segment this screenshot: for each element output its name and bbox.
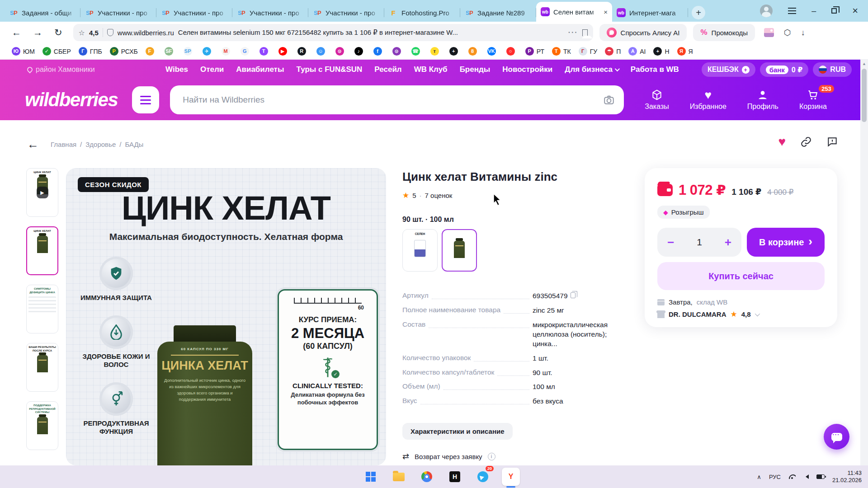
language-indicator[interactable]: РУС (769, 474, 781, 480)
url-domain[interactable]: www.wildberries.ru (118, 29, 174, 37)
bookmark-item[interactable]: + Н (653, 47, 669, 56)
thumbnail-symptoms[interactable]: СИМПТОМЫ ДЕФИЦИТА ЦИНКА (26, 285, 58, 333)
start-button[interactable] (362, 468, 380, 486)
orders-button[interactable]: Заказы (645, 89, 669, 111)
scroll-up-arrow[interactable]: ▲ (862, 61, 866, 66)
profile-button[interactable]: Профиль (747, 89, 778, 111)
header-nav-link[interactable]: Wibes (165, 65, 188, 74)
bookmark-item[interactable]: A AI (628, 47, 646, 56)
buy-now-button[interactable]: Купить сейчас (657, 262, 825, 290)
bookmark-item[interactable]: M (222, 47, 233, 56)
bookmark-item[interactable]: Ю ЮМ (12, 47, 35, 56)
bookmark-item[interactable]: ⊙ (335, 47, 347, 56)
bookmark-item[interactable]: ☂ П (605, 47, 621, 56)
bookmark-item[interactable]: 8 (468, 47, 480, 56)
volume-icon[interactable] (803, 474, 809, 479)
minimize-button[interactable]: – (811, 7, 816, 15)
bookmark-item[interactable]: + (449, 47, 461, 56)
tab-uchastniki-2[interactable]: SPУчастники - про (156, 4, 232, 22)
page-scrollbar[interactable]: ▲ (860, 60, 868, 465)
thumbnail-results[interactable]: ВАШИ РЕЗУЛЬТАТЫ ПОСЛЕ КУРСА (26, 343, 58, 392)
ask-alisa-button[interactable]: Спросить Алису AI (599, 24, 687, 41)
bookmark-item[interactable]: Я Я (677, 47, 693, 56)
bookmark-item[interactable]: R (297, 47, 309, 56)
security-shield-icon[interactable] (107, 29, 113, 36)
wifi-icon[interactable] (788, 474, 796, 479)
thumbnail-video[interactable]: ЦИНК ХЕЛАТ ▶ (26, 168, 58, 217)
bookmark-item[interactable]: Р РСХБ (110, 47, 138, 56)
raffle-badge[interactable]: ◆ Розыгрыш (657, 206, 710, 219)
cashback-pill[interactable]: КЕШБЭК+ (702, 62, 755, 77)
bookmark-item[interactable]: Р РТ (525, 47, 544, 56)
thumbnail-reproductive[interactable]: ПОДДЕРЖКА РЕПРОДУКТИВНОЙ СИСТЕМЫ (26, 401, 58, 450)
tab-selen-active[interactable]: wbСелен витам× (536, 2, 612, 22)
close-button[interactable]: × (852, 6, 858, 16)
specs-description-button[interactable]: Характеристики и описание (402, 423, 513, 440)
bookmark-item[interactable]: Г ГПБ (79, 47, 102, 56)
taskbar-clock[interactable]: 11:43 21.02.2026 (832, 469, 862, 484)
search-bar[interactable] (170, 85, 624, 114)
tab-zadanie-289[interactable]: SPЗадание №289 (460, 4, 536, 22)
tab-internet-magazin[interactable]: wbИнтернет-мага (612, 4, 688, 22)
tab-uchastniki-4[interactable]: SPУчастники - про (308, 4, 384, 22)
chevron-down-icon[interactable] (755, 311, 760, 316)
tab-fotohosting[interactable]: FFotohosting.Pro (384, 4, 460, 22)
new-tab-button[interactable]: + (692, 6, 705, 19)
header-nav-link[interactable]: Бренды (460, 65, 491, 74)
yandex-browser-button[interactable]: Y (502, 468, 520, 486)
tab-zadaniya[interactable]: SPЗадания - общи (5, 4, 80, 22)
bookmark-item[interactable]: ✓ СБЕР (42, 47, 71, 56)
bookmark-item[interactable]: G (241, 47, 252, 56)
info-icon[interactable]: i (488, 453, 495, 460)
currency-selector[interactable]: RUB (813, 62, 852, 77)
promocodes-button[interactable]: % Промокоды (693, 24, 755, 41)
variant-selen[interactable]: СЕЛЕН (402, 229, 438, 272)
wildberries-logo[interactable]: wildberries (25, 89, 118, 111)
h-app-button[interactable]: H (446, 468, 464, 486)
rating-row[interactable]: ★ 5 · 7 оценок (402, 191, 633, 200)
bookmark-item[interactable]: F (146, 47, 157, 56)
bookmark-item[interactable]: T (259, 47, 271, 56)
qty-minus-button[interactable]: − (667, 235, 674, 249)
favorites-button[interactable]: ♥ Избранное (690, 89, 726, 111)
back-arrow[interactable]: ← (27, 137, 39, 151)
address-bar[interactable]: ☆ 4,5 www.wildberries.ru Селен витамины … (73, 24, 593, 41)
profile-avatar[interactable] (760, 5, 773, 17)
bookmark-item[interactable]: ☺ (316, 47, 328, 56)
header-nav-link[interactable]: Отели (200, 65, 224, 74)
tab-uchastniki-3[interactable]: SPУчастники - про (232, 4, 308, 22)
report-icon[interactable] (826, 136, 838, 148)
support-chat-button[interactable] (824, 424, 849, 450)
header-nav-link[interactable]: Ресейл (374, 65, 401, 74)
bookmark-item[interactable]: ▶ (278, 47, 290, 56)
bookmark-item[interactable]: SF (165, 47, 176, 56)
tray-expand-chevron[interactable]: ∧ (757, 474, 761, 480)
favorite-heart-icon[interactable]: ♥ (778, 136, 786, 148)
header-nav-link[interactable]: Туры с FUN&SUN (296, 65, 362, 74)
thumbnail-selected[interactable]: ЦИНК ХЕЛАТ (26, 226, 58, 275)
qty-plus-button[interactable]: + (725, 235, 731, 249)
main-product-image[interactable]: СЕЗОН СКИДОК ЦИНК ХЕЛАТ Максимальная био… (66, 168, 386, 465)
header-nav-link[interactable]: Новостройки (502, 65, 552, 74)
reviews-count[interactable]: 7 оценок (425, 192, 453, 199)
browser-menu-icon[interactable] (788, 10, 796, 11)
photo-search-camera-icon[interactable] (603, 94, 615, 106)
bookmark-item[interactable]: ○ (506, 47, 518, 56)
bookmark-item[interactable]: ⊙ (392, 47, 404, 56)
downloads-icon[interactable]: ↓ (801, 28, 805, 38)
bookmark-item[interactable]: т (430, 47, 442, 56)
explorer-button[interactable] (390, 468, 408, 486)
tab-uchastniki-1[interactable]: SPУчастники - про (80, 4, 156, 22)
reload-button[interactable]: ↻ (54, 27, 62, 38)
bookmark-item[interactable]: Г ГУ (579, 47, 597, 56)
bookmark-item[interactable]: ✈ (203, 47, 214, 56)
chrome-button[interactable] (418, 468, 436, 486)
bookmark-item[interactable]: Т ТК (552, 47, 571, 56)
forward-button[interactable]: → (33, 27, 42, 38)
url-more-icon[interactable]: ··· (568, 28, 578, 37)
extension-image-icon[interactable] (764, 28, 774, 37)
bookmark-item[interactable]: f (373, 47, 385, 56)
cart-button[interactable]: 253 Корзина (799, 89, 827, 111)
in-cart-button[interactable]: В корзине › (747, 228, 825, 257)
breadcrumb-home[interactable]: Главная (51, 141, 76, 148)
